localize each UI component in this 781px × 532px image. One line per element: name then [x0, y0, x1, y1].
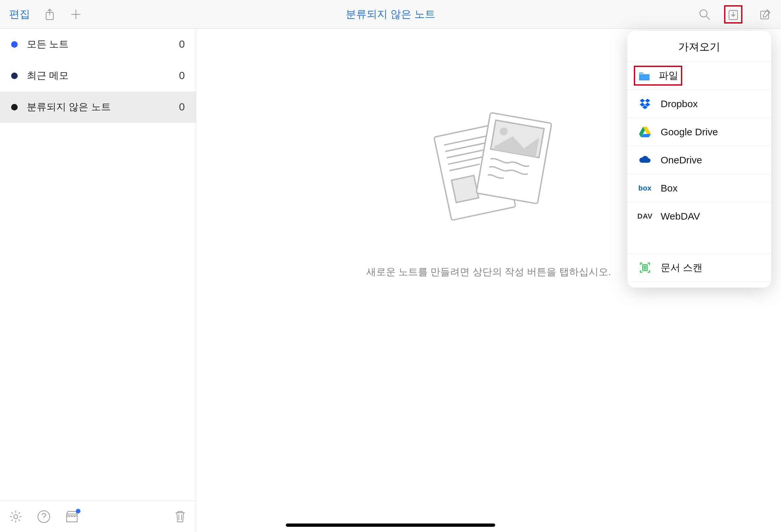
onedrive-icon: [639, 153, 652, 167]
google-drive-icon: [639, 126, 652, 139]
sidebar-item-label: 모든 노트: [27, 38, 179, 51]
notification-badge: [76, 509, 80, 514]
popover-item-label: 문서 스캔: [661, 261, 702, 274]
store-icon[interactable]: [65, 509, 79, 524]
import-button-highlight: [724, 5, 742, 24]
settings-icon[interactable]: [8, 509, 23, 524]
bullet-icon: [11, 41, 18, 48]
svg-rect-12: [451, 175, 479, 203]
import-source-box[interactable]: box Box: [627, 174, 771, 202]
popover-item-label: WebDAV: [661, 211, 700, 222]
import-source-webdav[interactable]: DAV WebDAV: [627, 202, 771, 230]
compose-icon[interactable]: [759, 8, 772, 21]
sidebar-item-label: 최근 메모: [27, 69, 179, 82]
sidebar-item-count: 0: [179, 38, 185, 50]
sidebar-item-all-notes[interactable]: 모든 노트 0: [0, 29, 196, 60]
import-source-files-highlight: 파일: [634, 66, 682, 86]
folder-icon: [638, 69, 651, 82]
popover-item-label: OneDrive: [661, 154, 702, 166]
sidebar-item-recent[interactable]: 최근 메모 0: [0, 60, 196, 91]
popover-title: 가져오기: [627, 31, 771, 61]
import-source-dropbox[interactable]: Dropbox: [627, 90, 771, 118]
popover-item-label: Google Drive: [661, 127, 718, 138]
bullet-icon: [11, 73, 18, 79]
dropbox-icon: [639, 97, 652, 110]
webdav-icon: DAV: [639, 210, 652, 223]
sidebar-item-label: 분류되지 않은 노트: [27, 100, 179, 114]
popover-item-label: 파일: [659, 69, 678, 82]
bullet-icon: [11, 104, 18, 110]
home-indicator[interactable]: [286, 524, 495, 527]
page-title: 분류되지 않은 노트: [346, 8, 435, 20]
import-source-onedrive[interactable]: OneDrive: [627, 146, 771, 174]
svg-point-1: [700, 10, 707, 17]
sidebar-item-count: 0: [179, 70, 185, 82]
top-toolbar: 편집 분류되지 않은 노트: [0, 0, 781, 29]
import-source-files[interactable]: 파일: [627, 61, 771, 90]
sidebar-item-count: 0: [179, 101, 185, 113]
share-icon[interactable]: [43, 8, 56, 21]
empty-documents-illustration: [413, 94, 564, 246]
scan-icon: [639, 261, 652, 274]
import-scan-document[interactable]: 문서 스캔: [627, 254, 771, 282]
popover-item-label: Dropbox: [661, 98, 698, 109]
help-icon[interactable]: [37, 509, 51, 524]
import-popover: 가져오기 파일 Dropbox Google Drive OneDrive bo…: [627, 31, 771, 287]
popover-item-label: Box: [661, 183, 677, 194]
sidebar-footer: [0, 501, 196, 532]
empty-state-text: 새로운 노트를 만들려면 상단의 작성 버튼을 탭하십시오.: [366, 265, 611, 279]
trash-icon[interactable]: [173, 509, 188, 524]
search-icon[interactable]: [698, 8, 711, 21]
import-icon[interactable]: [727, 8, 740, 21]
sidebar: 모든 노트 0 최근 메모 0 분류되지 않은 노트 0: [0, 29, 196, 532]
box-icon: box: [639, 182, 652, 195]
add-icon[interactable]: [69, 8, 82, 21]
import-source-gdrive[interactable]: Google Drive: [627, 118, 771, 146]
svg-point-4: [14, 515, 18, 519]
sidebar-item-uncategorized[interactable]: 분류되지 않은 노트 0: [0, 91, 196, 123]
edit-button[interactable]: 편집: [9, 7, 30, 21]
sidebar-list: 모든 노트 0 최근 메모 0 분류되지 않은 노트 0: [0, 29, 196, 501]
